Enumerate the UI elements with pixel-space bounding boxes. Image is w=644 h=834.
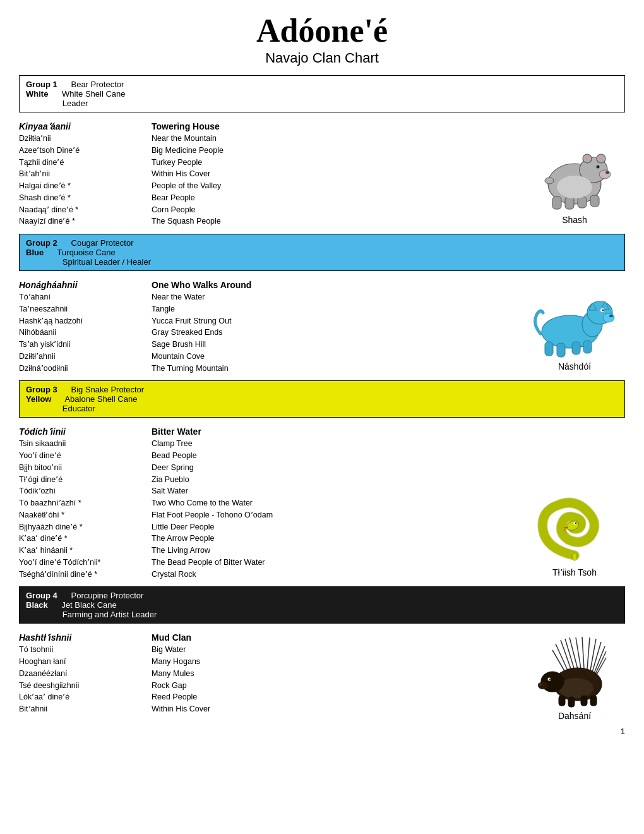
- svg-rect-53: [568, 697, 575, 707]
- clan-kinyaa-m6: Shash dineʼé *: [19, 192, 145, 204]
- clan-honag-t6: Mountain Cove: [152, 351, 524, 363]
- clan-todich-t3: Deer Spring: [152, 462, 524, 474]
- group1-label: Group 1: [26, 80, 57, 89]
- group2-cane: Turquoise Cane: [57, 248, 116, 257]
- group4-role: Farming and Artist Leader: [63, 610, 157, 619]
- clan-honag-translation: One Who Walks Around: [152, 280, 524, 290]
- group1-line1: Group 1 Bear Protector: [26, 80, 618, 89]
- clan-todich-t11: The Bead People of Bitter Water: [152, 557, 524, 569]
- clan-honag-t1: Near the Water: [152, 291, 524, 303]
- svg-point-8: [597, 166, 600, 169]
- clan-todich-right: Bitter Water Clamp Tree Bead People Deer…: [152, 426, 524, 580]
- group2-line1: Group 2 Cougar Protector: [26, 238, 618, 248]
- clan-section-kinyaa: Kinyaaʼáanii Dziłtłaʼnii Azeeʼtsoh Dineʼ…: [19, 121, 625, 227]
- group2-color: Blue: [26, 248, 44, 257]
- svg-point-6: [599, 170, 611, 179]
- group2-line3: Spiritual Leader / Healer: [26, 257, 618, 267]
- clan-hashtl-m3: Dzaanéézłaní: [19, 668, 145, 680]
- svg-rect-26: [572, 342, 580, 354]
- svg-rect-9: [552, 196, 561, 209]
- group1-cane: White Shell Cane: [62, 89, 125, 99]
- svg-point-31: [572, 553, 577, 560]
- svg-rect-55: [590, 696, 597, 706]
- clan-kinyaa-m3: Tązhii dineʼé: [19, 157, 145, 169]
- clan-hashtl-right: Mud Clan Big Water Many Hogans Many Mule…: [152, 632, 524, 715]
- svg-rect-11: [578, 196, 587, 208]
- clan-todich-m2: Yooʼí dineʼé: [19, 450, 145, 462]
- clan-hashtl-t2: Many Hogans: [152, 656, 524, 668]
- snake-icon: [534, 489, 616, 565]
- clan-kinyaa-t2: Big Medicine People: [152, 145, 524, 157]
- clan-kinyaa-translation: Towering House: [152, 121, 524, 131]
- clan-kinyaa-m2: Azeeʼtsoh Dineʼé: [19, 145, 145, 157]
- clan-hashtl-columns: Hashtłʼishnii Tó tsohnii Hooghan łaní Dz…: [19, 632, 524, 715]
- clan-kinyaa-t6: Bear People: [152, 192, 524, 204]
- svg-point-14: [557, 176, 592, 198]
- clan-honag-left: Honágháahnii Tóʼahaní Taʼneeszahnii Hash…: [19, 280, 152, 374]
- clan-kinyaa-right: Towering House Near the Mountain Big Med…: [152, 121, 524, 227]
- clan-todich-t2: Bead People: [152, 450, 524, 462]
- clan-todich-m1: Tsin sikaadnii: [19, 438, 145, 450]
- group4-line3: Farming and Artist Leader: [26, 610, 618, 619]
- svg-point-30: [575, 523, 576, 524]
- clan-todich-m3: Bįįh bitooʼnii: [19, 462, 145, 474]
- svg-point-5: [599, 156, 604, 161]
- page-title: Adóone'é: [19, 13, 625, 49]
- clan-kinyaa-t8: The Squash People: [152, 215, 524, 227]
- clan-hashtl-left: Hashtłʼishnii Tó tsohnii Hooghan łaní Dz…: [19, 632, 152, 715]
- clan-honag-t3: Yucca Fruit Strung Out: [152, 315, 524, 327]
- svg-point-7: [605, 171, 609, 174]
- svg-rect-12: [590, 195, 599, 207]
- clan-hashtl-t5: Reed People: [152, 691, 524, 703]
- clan-honag-m6: Dziłtłʼahnii: [19, 351, 145, 363]
- clan-honag-animal: Náshdóí: [524, 280, 625, 374]
- svg-point-4: [585, 156, 590, 161]
- clan-kinyaa-left: Kinyaaʼáanii Dziłtłaʼnii Azeeʼtsoh Dineʼ…: [19, 121, 152, 227]
- group2-protector: Cougar Protector: [71, 238, 134, 248]
- clan-todich-animal: Tłʼiish Tsoh: [524, 426, 625, 580]
- clan-section-todich: Tódíchʼiinii Tsin sikaadnii Yooʼí dineʼé…: [19, 426, 625, 580]
- clan-hashtl-animal: Dahsání: [524, 632, 625, 723]
- clan-todich-columns: Tódíchʼiinii Tsin sikaadnii Yooʼí dineʼé…: [19, 426, 524, 580]
- clan-honag-name: Honágháahnii: [19, 280, 145, 290]
- group2-box: Group 2 Cougar Protector Blue Turquoise …: [19, 234, 625, 271]
- svg-rect-10: [565, 196, 574, 209]
- svg-point-20: [603, 313, 614, 322]
- group3-role: Educator: [63, 404, 95, 413]
- clan-todich-t10: The Living Arrow: [152, 545, 524, 557]
- group4-cane: Jet Black Cane: [61, 600, 116, 610]
- svg-rect-27: [583, 341, 592, 353]
- clan-section-hashtl: Hashtłʼishnii Tó tsohnii Hooghan łaní Dz…: [19, 632, 625, 723]
- clan-todich-m5: Tódikʼozhi: [19, 485, 145, 497]
- page-number: 1: [621, 727, 625, 736]
- clan-hashtl-t1: Big Water: [152, 644, 524, 656]
- group3-line2: Yellow Abalone Shell Cane: [26, 394, 618, 404]
- clan-todich-t7: Flat Foot People - Tohono Oʼodam: [152, 509, 524, 521]
- group1-role: Leader: [63, 99, 88, 108]
- svg-line-35: [582, 637, 584, 668]
- clan-todich-m6: Tó baazhníʼázhí *: [19, 497, 145, 509]
- clan-todich-m11: Yooʼí dineʼé Tódíchʼnii*: [19, 557, 145, 569]
- group1-box: Group 1 Bear Protector White White Shell…: [19, 75, 625, 112]
- clan-todich-m10: Kʼaaʼ hináanii *: [19, 545, 145, 557]
- porcupine-icon: [530, 632, 619, 708]
- svg-point-51: [549, 679, 551, 680]
- group2-label: Group 2: [26, 238, 57, 248]
- svg-point-13: [545, 178, 554, 184]
- clan-todich-m12: Tségháʼdínínii dineʼé *: [19, 569, 145, 581]
- group4-line2: Black Jet Black Cane: [26, 600, 618, 610]
- clan-todich-m9: Kʼaaʼ dineʼé *: [19, 533, 145, 545]
- clan-kinyaa-name: Kinyaaʼáanii: [19, 121, 145, 131]
- group3-line1: Group 3 Big Snake Protector: [26, 385, 618, 394]
- clan-honag-right: One Who Walks Around Near the Water Tang…: [152, 280, 524, 374]
- clan-section-honag: Honágháahnii Tóʼahaní Taʼneeszahnii Hash…: [19, 280, 625, 374]
- clan-honag-m4: Nihóbáanii: [19, 327, 145, 339]
- svg-line-36: [587, 638, 590, 669]
- group3-color: Yellow: [26, 394, 51, 404]
- clan-kinyaa-m4: Bitʼahʼnii: [19, 168, 145, 180]
- clan-hashtl-t3: Many Mules: [152, 668, 524, 680]
- clan-kinyaa-t5: People of the Valley: [152, 180, 524, 192]
- clan-todich-t12: Crystal Rock: [152, 569, 524, 581]
- svg-point-23: [602, 310, 604, 311]
- svg-rect-54: [581, 696, 587, 706]
